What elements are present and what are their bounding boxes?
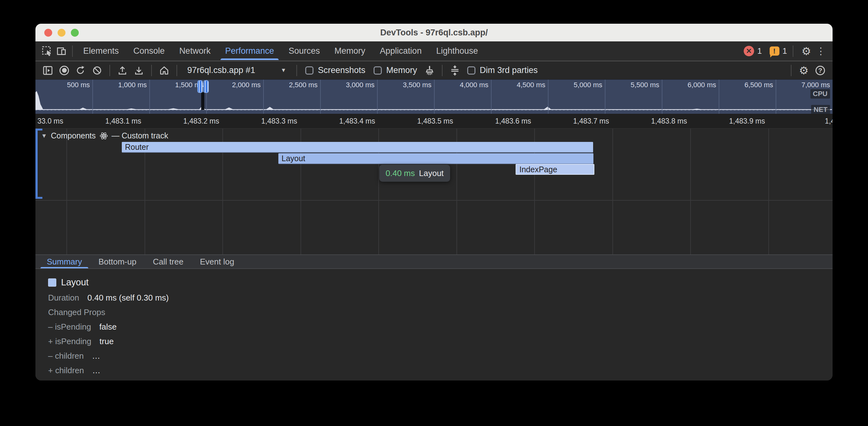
ruler-time-label: 1,483.6 ms — [495, 117, 531, 126]
selection-left-grip[interactable] — [197, 80, 203, 93]
overview-gridline — [434, 79, 435, 114]
tab-performance[interactable]: Performance — [218, 41, 282, 61]
summary-row-value: false — [99, 322, 117, 331]
tab-label: Lighthouse — [436, 46, 478, 56]
device-toolbar-icon[interactable] — [54, 44, 69, 59]
tab-network[interactable]: Network — [172, 41, 218, 61]
error-badge-icon[interactable]: ✕ — [744, 46, 754, 56]
tab-memory[interactable]: Memory — [327, 41, 373, 61]
tab-sources[interactable]: Sources — [281, 41, 327, 61]
summary-row: – isPendingfalse — [48, 322, 833, 331]
tab-application[interactable]: Application — [373, 41, 429, 61]
traffic-lights — [44, 29, 79, 37]
tab-console[interactable]: Console — [126, 41, 172, 61]
tab-lighthouse[interactable]: Lighthouse — [429, 41, 485, 61]
checkbox-icon[interactable] — [305, 66, 313, 74]
flame-gridline — [768, 129, 769, 254]
summary-row-label: Changed Props — [48, 308, 105, 317]
target-selector-dropdown[interactable]: 97r6ql.csb.app #1 ▼ — [182, 65, 291, 75]
overview-gridline — [149, 79, 150, 114]
collapse-icon[interactable] — [447, 63, 462, 78]
flame-bar-layout[interactable]: Layout — [278, 153, 593, 164]
tab-event-log[interactable]: Event log — [192, 255, 242, 268]
checkbox-icon[interactable] — [374, 66, 382, 74]
track-header[interactable]: ▼ Components — Custom track — [41, 131, 168, 140]
checkbox-icon[interactable] — [467, 66, 475, 74]
divider — [151, 65, 152, 76]
ruler-time-label: 33.0 ms — [37, 117, 63, 126]
selection-right-grip[interactable] — [204, 80, 209, 93]
tab-elements[interactable]: Elements — [76, 41, 126, 61]
tab-summary[interactable]: Summary — [39, 255, 90, 268]
flamechart-area[interactable]: ▼ Components — Custom track RouterLayout… — [35, 129, 833, 254]
summary-row: + children… — [48, 366, 833, 375]
overview-tick-label: 6,000 ms — [688, 81, 716, 89]
issues-badge-icon[interactable]: ! — [770, 46, 779, 56]
capture-settings-gear-icon[interactable]: ⚙ — [797, 63, 811, 78]
zoom-window-button[interactable] — [71, 29, 79, 37]
net-lane-label: NET — [811, 105, 830, 114]
settings-gear-icon[interactable]: ⚙ — [799, 44, 814, 59]
tab-label: Sources — [288, 46, 320, 56]
ruler-time-label: 1,483.1 ms — [105, 117, 142, 126]
overview-tick-label: 2,500 ms — [289, 81, 318, 89]
issues-count[interactable]: 1 — [783, 46, 787, 56]
download-profile-icon[interactable] — [132, 63, 146, 78]
divider — [442, 65, 442, 76]
flame-bar-label: Router — [122, 142, 149, 152]
tab-bottom-up[interactable]: Bottom-up — [90, 255, 145, 268]
kebab-menu-icon[interactable]: ⋮ — [814, 44, 828, 59]
garbage-collect-icon[interactable] — [422, 63, 437, 78]
toggle-sidebar-icon[interactable] — [40, 63, 55, 78]
overview-gridline — [377, 79, 378, 114]
issue-badges: ✕ 1 ! 1 — [744, 46, 787, 56]
macos-titlebar: DevTools - 97r6ql.csb.app/ — [35, 24, 833, 41]
close-window-button[interactable] — [44, 29, 52, 37]
devtools-window: DevTools - 97r6ql.csb.app/ ElementsConso… — [35, 24, 833, 381]
collapse-triangle-icon[interactable]: ▼ — [41, 132, 47, 139]
flame-bar-router[interactable]: Router — [122, 142, 593, 153]
panel-tabs: ElementsConsoleNetworkPerformanceSources… — [76, 41, 485, 61]
summary-row-value: 0.40 ms (self 0.30 ms) — [87, 293, 168, 302]
summary-row-value: … — [92, 352, 100, 360]
home-icon[interactable] — [157, 63, 172, 78]
overview-tick-label: 6,500 ms — [745, 81, 773, 89]
screenshots-checkbox[interactable]: Screenshots — [302, 65, 369, 75]
reload-and-record-icon[interactable] — [73, 63, 88, 78]
summary-row: Changed Props — [48, 308, 833, 317]
upload-profile-icon[interactable] — [115, 63, 130, 78]
summary-title-row: Layout — [48, 277, 833, 288]
overview-tick-label: 3,000 ms — [346, 81, 375, 89]
clear-icon[interactable] — [90, 63, 104, 78]
error-count[interactable]: 1 — [757, 46, 762, 56]
overview-tick-label: 5,000 ms — [574, 81, 602, 89]
summary-row-label: + children — [48, 366, 84, 375]
performance-toolbar: 97r6ql.csb.app #1 ▼ Screenshots Memory — [35, 61, 833, 79]
inspect-element-icon[interactable] — [40, 44, 54, 59]
help-icon[interactable]: ? — [813, 63, 828, 78]
overview-tick-label: 2,000 ms — [232, 81, 261, 89]
timeline-overview[interactable]: 500 ms1,000 ms1,500 ms2,000 ms2,500 ms3,… — [35, 79, 833, 114]
flame-bar-indexpage[interactable]: IndexPage — [516, 164, 594, 175]
flame-gridline — [66, 129, 67, 254]
ruler-time-label: 1,483.3 ms — [261, 117, 297, 126]
ruler-time-label: 1,483.7 ms — [573, 117, 609, 126]
tab-label: Bottom-up — [98, 257, 136, 267]
overview-gridline — [320, 79, 321, 114]
tab-label: Console — [133, 46, 165, 56]
overview-gridline — [263, 79, 264, 114]
record-icon[interactable] — [57, 63, 71, 78]
tab-call-tree[interactable]: Call tree — [145, 255, 192, 268]
overview-tick-label: 4,500 ms — [517, 81, 546, 89]
dim-3rd-parties-checkbox[interactable]: Dim 3rd parties — [464, 65, 541, 75]
tab-label: Performance — [225, 46, 274, 56]
memory-checkbox[interactable]: Memory — [370, 65, 421, 75]
tab-label: Application — [380, 46, 422, 56]
react-atom-icon — [100, 132, 108, 140]
summary-row-value: true — [100, 337, 114, 346]
flamechart-ruler[interactable]: 33.0 ms1,483.1 ms1,483.2 ms1,483.3 ms1,4… — [35, 114, 833, 129]
overview-gridline — [605, 79, 606, 114]
tab-label: Summary — [47, 257, 82, 267]
minimize-window-button[interactable] — [58, 29, 65, 37]
selection-range[interactable] — [201, 92, 204, 110]
